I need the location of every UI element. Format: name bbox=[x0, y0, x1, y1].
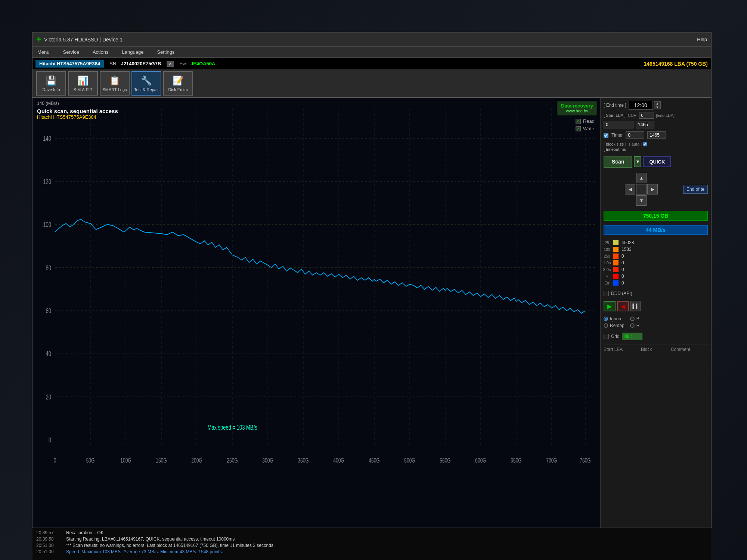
r-radio[interactable] bbox=[630, 323, 635, 328]
app-title: Victoria 5.37 HDD/SSD | Device 1 bbox=[44, 37, 697, 43]
log-line-1: 20:39:58 Starting Reading, LBA=0..146514… bbox=[36, 536, 707, 542]
block-25-num: 25 bbox=[604, 240, 610, 245]
svg-text:60: 60 bbox=[46, 307, 51, 314]
ignore-radio-label: Ignore bbox=[610, 316, 623, 321]
block-1s-count: 0 bbox=[622, 260, 624, 265]
drive-fw-value: JE4OA50A bbox=[190, 61, 215, 66]
toolbar-btn-smart[interactable]: 📊 S.M.A.R.T bbox=[68, 71, 98, 96]
toolbar-btn-disk-editor[interactable]: 📝 Disk Editor bbox=[163, 71, 193, 96]
chart-subtitle: Hitachi HTS547575A9E384 bbox=[37, 114, 118, 120]
log-msg-3: Speed: Maximum 103 MB/s. Average 73 MB/s… bbox=[66, 549, 223, 554]
block-col-header: Block bbox=[641, 347, 663, 352]
write-label: Write bbox=[583, 126, 594, 131]
nav-left-btn[interactable]: ◀ bbox=[625, 184, 635, 195]
svg-text:80: 80 bbox=[46, 264, 51, 271]
time-up-btn[interactable]: ▲ bbox=[654, 102, 660, 105]
smart-icon: 📊 bbox=[77, 75, 89, 86]
scan-button[interactable]: Scan bbox=[604, 156, 632, 168]
radio-groups: Ignore Remap B R bbox=[604, 315, 708, 329]
toolbar: 💾 Drive Info 📊 S.M.A.R.T 📋 SMART Logs 🔧 … bbox=[32, 70, 711, 98]
auto-checkbox[interactable] bbox=[643, 142, 647, 146]
svg-rect-0 bbox=[32, 98, 600, 493]
data-recovery-url: www.hdd.by bbox=[561, 109, 593, 113]
grid-checkbox[interactable] bbox=[604, 334, 609, 339]
nav-right-btn[interactable]: ▶ bbox=[647, 184, 658, 195]
ignore-radio[interactable] bbox=[604, 317, 608, 321]
svg-text:650G: 650G bbox=[511, 457, 521, 464]
menu-service[interactable]: Service bbox=[60, 49, 82, 56]
remap-radio[interactable] bbox=[604, 323, 608, 328]
help-label[interactable]: Help bbox=[697, 37, 707, 42]
toolbar-btn-drive-info[interactable]: 💾 Drive Info bbox=[36, 71, 66, 96]
scan-dropdown-btn[interactable]: ▼ bbox=[634, 156, 641, 167]
svg-text:0: 0 bbox=[49, 436, 51, 444]
drive-info-label: Drive Info bbox=[42, 87, 60, 92]
block-gt-count: 0 bbox=[622, 274, 624, 279]
menu-language[interactable]: Language bbox=[119, 49, 147, 56]
block-250-count: 0 bbox=[622, 253, 624, 259]
svg-text:200G: 200G bbox=[191, 457, 202, 464]
log-msg-0: Recalibration... OK bbox=[66, 530, 104, 535]
time-spinner[interactable]: ▲ ▼ bbox=[654, 101, 661, 109]
toolbar-btn-test-repair[interactable]: 🔧 Test & Repair bbox=[131, 71, 161, 96]
cur-input[interactable] bbox=[639, 112, 654, 119]
chart-header: 140 (MB/s) Quick scan, sequential access… bbox=[37, 101, 118, 120]
block-3s-num: 3,0s bbox=[604, 267, 610, 272]
remap-radio-label: Remap bbox=[610, 323, 624, 328]
timeout-label: [ timeout,ms bbox=[604, 147, 708, 152]
grid-time-input[interactable] bbox=[622, 333, 642, 340]
block-100-color bbox=[613, 247, 619, 252]
drive-info-icon: 💾 bbox=[46, 75, 57, 86]
nav-down-btn[interactable]: ▼ bbox=[636, 195, 647, 206]
svg-text:700G: 700G bbox=[546, 457, 557, 464]
block-counts: 25 45028 100 1533 250 0 1,0s 0 bbox=[604, 238, 708, 287]
menu-actions[interactable]: Actions bbox=[90, 49, 112, 56]
drive-lba: 1465149168 LBA (750 GB) bbox=[644, 61, 708, 67]
timer-input1[interactable] bbox=[626, 131, 644, 139]
b-radio[interactable] bbox=[630, 317, 635, 321]
drive-close-btn[interactable]: × bbox=[167, 61, 174, 67]
menu-menu[interactable]: Menu bbox=[34, 49, 53, 56]
svg-text:250G: 250G bbox=[227, 457, 238, 464]
start-lba-input[interactable] bbox=[604, 121, 633, 128]
cur-label: CUR bbox=[628, 113, 637, 118]
block-gt-sym: > bbox=[604, 274, 610, 279]
ddd-checkbox[interactable] bbox=[604, 291, 609, 296]
log-line-0: 20:39:57 Recalibration... OK bbox=[36, 530, 707, 535]
svg-text:550G: 550G bbox=[440, 457, 450, 464]
quick-button[interactable]: QUICK bbox=[643, 156, 671, 167]
remap-radio-row: Remap bbox=[604, 323, 624, 328]
app-window: ✚ Victoria 5.37 HDD/SSD | Device 1 Help … bbox=[32, 32, 712, 528]
test-repair-icon: 🔧 bbox=[141, 75, 152, 86]
auto-label: [ auto ] bbox=[629, 142, 642, 146]
time-down-btn[interactable]: ▼ bbox=[654, 105, 660, 109]
drive-fw: Fw: JE4OA50A bbox=[179, 61, 215, 66]
size-display: 750,15 GB bbox=[604, 211, 708, 221]
block-row-gt: > 0 bbox=[604, 274, 708, 279]
log-msg-2: *** Scan results: no warnings, no errors… bbox=[66, 543, 275, 548]
svg-text:100: 100 bbox=[43, 221, 51, 228]
end-lba-input[interactable] bbox=[636, 121, 654, 128]
b-radio-row: B bbox=[630, 316, 640, 321]
nav-up-btn[interactable]: ▲ bbox=[636, 173, 647, 183]
data-recovery-title: Data recovery bbox=[561, 103, 593, 109]
r-radio-label: R bbox=[636, 323, 640, 328]
ignore-radio-row: Ignore bbox=[604, 316, 624, 321]
toolbar-btn-smart-logs[interactable]: 📋 SMART Logs bbox=[100, 71, 130, 96]
read-checkbox[interactable] bbox=[576, 119, 581, 124]
block-25-count: 45028 bbox=[622, 240, 634, 245]
drive-name[interactable]: Hitachi HTS547575A9E384 bbox=[35, 60, 104, 68]
ddd-label: DDD (API) bbox=[611, 291, 632, 296]
time-display: 12:00 bbox=[629, 101, 653, 110]
menu-settings[interactable]: Settings bbox=[154, 49, 177, 56]
start-lba-label: [ Start LBA ] bbox=[604, 113, 626, 118]
timer-input2[interactable] bbox=[647, 131, 666, 139]
chart-area: 140 (MB/s) Quick scan, sequential access… bbox=[32, 98, 601, 528]
block-1s-color bbox=[613, 260, 619, 265]
extra-btn-1[interactable]: ▌▌ bbox=[630, 301, 641, 311]
timer-checkbox[interactable] bbox=[604, 133, 608, 138]
play-button[interactable]: ▶ bbox=[604, 301, 616, 311]
stop-button[interactable]: ◀ bbox=[617, 301, 629, 311]
write-checkbox[interactable] bbox=[576, 126, 581, 131]
block-1s-num: 1,0s bbox=[604, 260, 610, 265]
